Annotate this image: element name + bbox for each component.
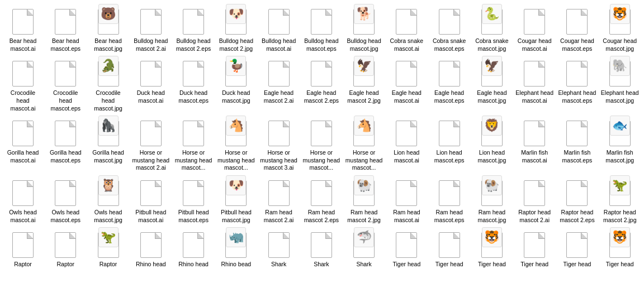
file-label: Shark <box>271 261 286 268</box>
file-item[interactable]: 🐏Ram head mascot 2.jpg <box>343 176 385 227</box>
file-item[interactable]: Elephant head mascot.eps <box>556 56 598 115</box>
file-item[interactable]: Rhino head <box>173 228 214 271</box>
file-item[interactable]: Bear head mascot.eps <box>45 4 86 55</box>
file-item[interactable]: Bulldog head mascot 2.ai <box>130 4 172 55</box>
file-item[interactable]: Gorilla head mascot.ai <box>2 116 44 175</box>
file-item[interactable]: Tiger head <box>429 228 470 271</box>
file-item[interactable]: Crocodile head mascot.ai <box>2 56 44 115</box>
file-item[interactable]: Tiger head <box>556 228 598 271</box>
file-item[interactable]: Shark <box>258 228 300 271</box>
file-item[interactable]: Horse or mustang head mascot 2.ai <box>130 116 172 175</box>
file-item[interactable]: Bear head mascot.ai <box>2 4 44 55</box>
file-item[interactable]: Horse or mustang head mascot... <box>301 116 342 175</box>
file-item[interactable]: Eagle head mascot 2.ai <box>258 56 300 115</box>
file-item[interactable]: 🐴Horse or mustang head mascot... <box>343 116 385 175</box>
file-item[interactable]: Duck head mascot.ai <box>130 56 172 115</box>
file-item[interactable]: 🦖Raptor <box>88 228 129 271</box>
file-item[interactable]: 🦅Eagle head mascot.jpg <box>471 56 513 115</box>
file-item[interactable]: 🐊Crocodile head mascot.jpg <box>88 56 129 115</box>
file-item[interactable]: 🐘Elephant head mascot.jpg <box>599 56 641 115</box>
file-item[interactable]: Raptor head mascot 2.ai <box>514 176 555 227</box>
file-icon <box>10 231 36 260</box>
file-icon <box>52 7 79 36</box>
thumbnail-emoji: 🐕 <box>354 4 374 24</box>
file-item[interactable]: Ram head mascot.ai <box>386 176 427 227</box>
file-item[interactable]: 🐯Tiger head <box>471 228 513 271</box>
file-icon: 🦉 <box>95 179 122 208</box>
file-item[interactable]: Pitbull head mascot.eps <box>173 176 214 227</box>
image-file-doc: 🦏 <box>225 232 247 258</box>
thumbnail-emoji: 🐴 <box>354 116 374 136</box>
file-item[interactable]: 🐍Cobra snake mascot.jpg <box>471 4 513 55</box>
file-item[interactable]: Gorilla head mascot.eps <box>45 116 86 175</box>
file-item[interactable]: Eagle head mascot.eps <box>429 56 470 115</box>
file-item[interactable]: 🐶Bulldog head mascot 2.jpg <box>215 4 257 55</box>
file-item[interactable]: Horse or mustang head mascot 3.ai <box>258 116 300 175</box>
file-item[interactable]: Cobra snake mascot.ai <box>386 4 427 55</box>
file-item[interactable]: Shark <box>301 228 342 271</box>
file-item[interactable]: Bulldog head mascot.ai <box>258 4 300 55</box>
file-label: Ram head mascot 2.jpg <box>345 209 383 224</box>
file-icon <box>180 119 207 148</box>
file-item[interactable]: 🦍Gorilla head mascot.jpg <box>88 116 129 175</box>
file-item[interactable]: 🦁Lion head mascot.jpg <box>471 116 513 175</box>
file-item[interactable]: Raptor <box>2 228 44 271</box>
file-item[interactable]: Ram head mascot 2.eps <box>301 176 342 227</box>
file-item[interactable]: 🐻Bear head mascot.jpg <box>88 4 129 55</box>
file-item[interactable]: Raptor <box>45 228 86 271</box>
file-item[interactable]: 🦖Raptor head mascot 2.jpg <box>599 176 641 227</box>
file-item[interactable]: Cougar head mascot.eps <box>556 4 598 55</box>
file-item[interactable]: Horse or mustang head mascot... <box>173 116 214 175</box>
file-item[interactable]: Eagle head mascot 2.eps <box>301 56 342 115</box>
file-item[interactable]: 🐕Bulldog head mascot.jpg <box>343 4 385 55</box>
file-item[interactable]: 🐶Pitbull head mascot.jpg <box>215 176 257 227</box>
file-item[interactable]: Duck head mascot.eps <box>173 56 214 115</box>
file-item[interactable]: 🐴Horse or mustang head mascot... <box>215 116 257 175</box>
file-item[interactable]: 🦉Owls head mascot.jpg <box>88 176 129 227</box>
image-file-doc: 🐕 <box>353 9 375 35</box>
file-item[interactable]: Elephant head mascot.ai <box>514 56 555 115</box>
file-item[interactable]: Owls head mascot.eps <box>45 176 86 227</box>
document-file-icon <box>439 232 460 258</box>
file-item[interactable]: Owls head mascot.ai <box>2 176 44 227</box>
image-file-doc: 🦈 <box>353 232 375 258</box>
file-item[interactable]: Rhino head <box>130 228 172 271</box>
document-file-icon <box>183 232 204 258</box>
file-icon <box>138 231 164 260</box>
file-item[interactable]: 🐯Cougar head mascot.jpg <box>599 4 641 55</box>
file-item[interactable]: Bulldog head mascot 2.eps <box>173 4 214 55</box>
file-item[interactable]: 🦅Eagle head mascot 2.jpg <box>343 56 385 115</box>
file-item[interactable]: 🦆Duck head mascot.jpg <box>215 56 257 115</box>
file-icon <box>564 59 590 88</box>
file-item[interactable]: Crocodile head mascot.eps <box>45 56 86 115</box>
file-item[interactable]: Cougar head mascot.ai <box>514 4 555 55</box>
file-icon: 🐶 <box>222 179 249 208</box>
image-file-doc: 🦖 <box>609 180 631 206</box>
file-item[interactable]: Tiger head <box>514 228 555 271</box>
file-item[interactable]: Ram head mascot.eps <box>429 176 470 227</box>
file-icon: 🐊 <box>95 59 122 88</box>
file-label: Bear head mascot.ai <box>4 37 42 52</box>
file-label: Lion head mascot.jpg <box>473 149 511 164</box>
file-item[interactable]: Raptor head mascot 2.eps <box>556 176 598 227</box>
file-item[interactable]: Tiger head <box>386 228 427 271</box>
file-item[interactable]: 🐏Ram head mascot.jpg <box>471 176 513 227</box>
file-item[interactable]: 🦈Shark <box>343 228 385 271</box>
image-file-doc: 🐟 <box>609 121 631 146</box>
file-item[interactable]: Marlin fish mascot.ai <box>514 116 555 175</box>
file-icon: 🐶 <box>222 7 249 36</box>
file-icon <box>393 7 420 36</box>
file-item[interactable]: Pitbull head mascot.ai <box>130 176 172 227</box>
file-item[interactable]: Marlin fish mascot.eps <box>556 116 598 175</box>
file-item[interactable]: 🐯Tiger head <box>599 228 641 271</box>
file-label: Gorilla head mascot.ai <box>4 149 42 164</box>
file-item[interactable]: Bulldog head mascot.eps <box>301 4 342 55</box>
file-item[interactable]: Lion head mascot.ai <box>386 116 427 175</box>
file-item[interactable]: Lion head mascot.eps <box>429 116 470 175</box>
file-label: Tiger head <box>564 261 591 268</box>
file-item[interactable]: 🐟Marlin fish mascot.jpg <box>599 116 641 175</box>
file-item[interactable]: Eagle head mascot.ai <box>386 56 427 115</box>
file-item[interactable]: Cobra snake mascot.eps <box>429 4 470 55</box>
file-item[interactable]: Ram head mascot 2.ai <box>258 176 300 227</box>
file-item[interactable]: 🦏Rhino bead <box>215 228 257 271</box>
